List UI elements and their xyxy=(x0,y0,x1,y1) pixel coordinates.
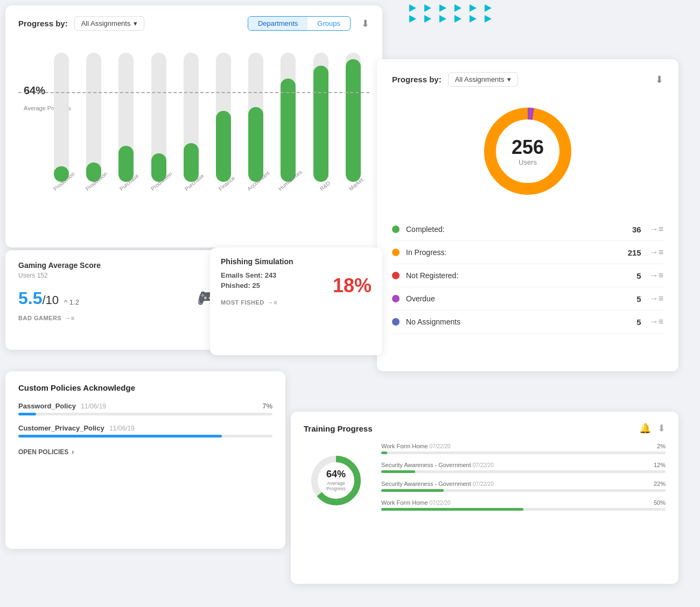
training-bar-fill xyxy=(381,470,415,473)
training-avg-sublabel: Progress xyxy=(326,486,346,492)
play-icon xyxy=(439,4,446,12)
policy-name: Password_Policy xyxy=(18,402,76,410)
training-bar-pct: 2% xyxy=(657,443,666,449)
training-bar-item: Security Awareness - Government 07/22/20… xyxy=(381,481,666,492)
policies-list: Password_Policy 11/06/19 7% Customer_Pri… xyxy=(18,402,272,437)
policy-bar-fill xyxy=(18,413,36,415)
bar-wrapper xyxy=(248,53,263,182)
bar-column: Finance xyxy=(209,43,237,193)
policy-bar-bg xyxy=(18,435,272,437)
bar-wrapper xyxy=(346,53,361,182)
stat-value: 5 xyxy=(636,317,641,327)
training-body: 64% Average Progress Work Form Home 07/2… xyxy=(304,443,666,518)
training-bar-name: Work Form Home 07/22/20 xyxy=(381,443,451,449)
play-icons-top xyxy=(409,4,496,23)
stat-label: Not Registered: xyxy=(406,271,636,280)
phishing-percent: 18% xyxy=(333,274,372,297)
bar-wrapper xyxy=(184,53,199,182)
stats-list: Completed: 36 →≡ In Progress: 215 →≡ Not… xyxy=(392,218,663,334)
stat-value: 36 xyxy=(632,225,641,234)
bell-icon[interactable]: 🔔 xyxy=(639,422,651,434)
all-assignments-value: All Assignments xyxy=(81,19,131,27)
bar-column: Human Res. xyxy=(274,43,302,193)
stat-row: Not Registered: 5 →≡ xyxy=(392,264,663,287)
policies-title: Custom Policies Acknowledge xyxy=(18,383,272,392)
stat-row: No Assignments 5 →≡ xyxy=(392,310,663,334)
training-bar-name-row: Security Awareness - Government 07/22/20… xyxy=(381,481,666,487)
arrow-list-icon: →≡ xyxy=(65,315,74,321)
play-icon xyxy=(424,4,431,12)
tab-group: Departments Groups xyxy=(248,16,351,31)
bar-chart-header: Progress by: All Assignments ▾ Departmen… xyxy=(18,16,369,31)
open-policies-chevron-icon: › xyxy=(72,448,74,456)
bar-column: Production xyxy=(47,43,75,193)
policies-card: Custom Policies Acknowledge Password_Pol… xyxy=(5,371,285,549)
phishing-card: Phishing Simulation Emails Sent: 243 Phi… xyxy=(210,248,382,355)
most-fished-arrow-icon: →≡ xyxy=(268,299,277,306)
policy-name-row: Customer_Privacy_Policy 11/06/19 xyxy=(18,424,272,432)
stat-value: 5 xyxy=(636,294,641,304)
training-bar-bg xyxy=(381,451,666,454)
stat-detail-link[interactable]: →≡ xyxy=(650,224,663,234)
training-icons: 🔔 ⬇ xyxy=(639,422,666,434)
bad-gamers-link[interactable]: BAD GAMERS →≡ xyxy=(18,315,219,321)
stat-detail-link[interactable]: →≡ xyxy=(650,271,663,280)
donut-download-button[interactable]: ⬇ xyxy=(655,74,663,86)
bar-wrapper xyxy=(313,53,328,182)
training-bar-pct: 22% xyxy=(654,481,666,487)
bar-column: Accountant xyxy=(242,43,270,193)
policy-date: 11/06/19 xyxy=(108,425,135,432)
bar-chart-card: Progress by: All Assignments ▾ Departmen… xyxy=(5,5,382,248)
stat-detail-link[interactable]: →≡ xyxy=(650,294,663,304)
donut-card-header: Progress by: All Assignments ▾ ⬇ xyxy=(392,72,663,87)
stat-detail-link[interactable]: →≡ xyxy=(650,317,663,327)
play-icon xyxy=(470,15,477,23)
gaming-score-denom: /10 xyxy=(42,293,59,307)
stat-dot xyxy=(392,249,400,256)
stat-label: Completed: xyxy=(406,225,632,234)
download-icon[interactable]: ⬇ xyxy=(657,422,666,434)
download-button[interactable]: ⬇ xyxy=(361,18,369,30)
most-fished-link[interactable]: MOST FISHED →≡ xyxy=(221,299,372,306)
stat-value: 215 xyxy=(628,248,641,257)
bar-fill xyxy=(248,107,263,182)
stat-row: Overdue 5 →≡ xyxy=(392,287,663,310)
policy-item: Customer_Privacy_Policy 11/06/19 xyxy=(18,424,272,437)
tab-groups[interactable]: Groups xyxy=(307,17,350,30)
training-avg-percent: 64% xyxy=(326,469,346,481)
training-bar-bg xyxy=(381,489,666,492)
stat-dot xyxy=(392,272,400,279)
tab-departments[interactable]: Departments xyxy=(248,17,307,30)
training-bar-fill xyxy=(381,451,387,454)
donut-center: 256 Users xyxy=(512,137,544,166)
stat-row: In Progress: 215 →≡ xyxy=(392,241,663,264)
policy-name-row: Password_Policy 11/06/19 7% xyxy=(18,402,272,410)
training-bar-name-row: Work Form Home 07/22/20 50% xyxy=(381,499,666,506)
play-icon xyxy=(454,15,461,23)
open-policies-link[interactable]: OPEN POLICIES › xyxy=(18,448,272,456)
training-bar-item: Security Awareness - Government 07/22/20… xyxy=(381,462,666,473)
donut-progress-by-label: Progress by: xyxy=(392,75,442,84)
gaming-users: Users 152 xyxy=(18,272,219,279)
bar-column: Purchase xyxy=(112,43,140,193)
training-bar-name: Security Awareness - Government 07/22/20 xyxy=(381,481,494,487)
stat-dot xyxy=(392,318,400,326)
stat-label: In Progress: xyxy=(406,248,628,257)
bars-container: Production Production Purchase Productio… xyxy=(18,37,369,220)
donut-all-assignments-dropdown[interactable]: All Assignments ▾ xyxy=(448,72,519,87)
training-bars: Work Form Home 07/22/20 2% Security Awar… xyxy=(381,443,666,518)
avg-dashed-line xyxy=(18,92,369,93)
phishing-title: Phishing Simulation xyxy=(221,257,372,266)
play-icon xyxy=(470,4,477,12)
training-bar-pct: 50% xyxy=(654,499,666,506)
all-assignments-dropdown[interactable]: All Assignments ▾ xyxy=(74,16,145,31)
play-icon xyxy=(454,4,461,12)
stat-value: 5 xyxy=(636,271,641,280)
bar-fill xyxy=(281,79,296,182)
donut-card: Progress by: All Assignments ▾ ⬇ 256 Use… xyxy=(377,59,678,371)
donut-total-users: 256 xyxy=(512,137,544,158)
training-header: Training Progress 🔔 ⬇ xyxy=(304,422,666,434)
policy-date: 11/06/19 xyxy=(79,403,106,410)
stat-detail-link[interactable]: →≡ xyxy=(650,248,663,257)
training-bar-name-row: Security Awareness - Government 07/22/20… xyxy=(381,462,666,468)
